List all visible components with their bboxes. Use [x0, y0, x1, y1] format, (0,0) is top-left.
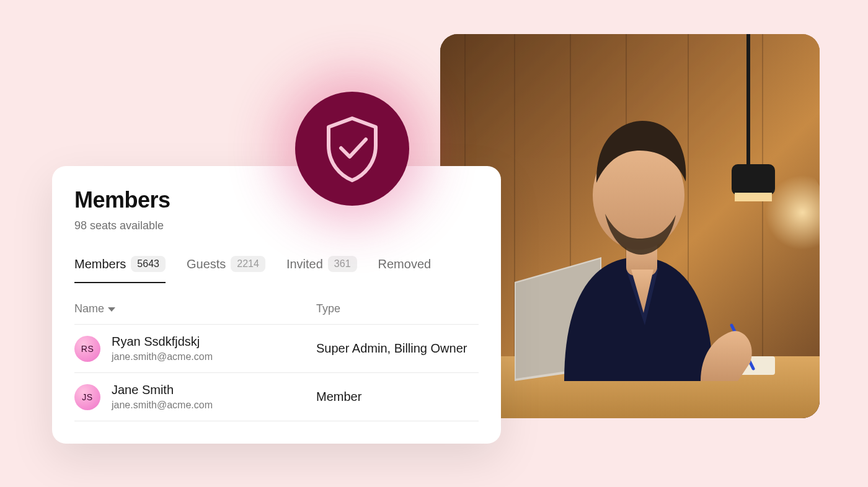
member-email: jane.smith@acme.com: [112, 400, 213, 411]
table-header: Name Type: [74, 302, 479, 325]
tabs: Members 5643 Guests 2214 Invited 361 Rem…: [74, 256, 479, 284]
sort-desc-icon: [108, 307, 115, 312]
tab-label: Invited: [286, 257, 323, 271]
column-label: Name: [74, 302, 104, 315]
member-name: Ryan Ssdkfjdskj: [112, 335, 213, 349]
shield-check-icon: [295, 92, 409, 206]
tab-removed[interactable]: Removed: [378, 256, 432, 283]
tab-label: Members: [74, 257, 126, 271]
seats-available: 98 seats available: [74, 219, 479, 232]
member-email: jane.smith@acme.com: [112, 351, 213, 362]
tab-count: 361: [328, 256, 357, 272]
tab-count: 5643: [131, 256, 166, 272]
tab-label: Removed: [378, 257, 432, 271]
tab-label: Guests: [187, 257, 226, 271]
column-label: Type: [316, 302, 340, 315]
avatar: RS: [74, 336, 100, 362]
column-header-type[interactable]: Type: [316, 302, 479, 315]
tab-members[interactable]: Members 5643: [74, 256, 166, 283]
cell-type: Super Admin, Billing Owner: [316, 341, 479, 356]
members-panel: Members 98 seats available Members 5643 …: [52, 166, 501, 444]
member-name: Jane Smith: [112, 383, 213, 397]
members-table: Name Type RS Ryan Ssdkfjdskj jane.smith@…: [74, 302, 479, 421]
table-row[interactable]: JS Jane Smith jane.smith@acme.com Member: [74, 373, 479, 421]
cell-name: RS Ryan Ssdkfjdskj jane.smith@acme.com: [74, 335, 316, 362]
cell-type: Member: [316, 390, 479, 404]
cell-name: JS Jane Smith jane.smith@acme.com: [74, 383, 316, 411]
page-title: Members: [74, 187, 479, 213]
table-row[interactable]: RS Ryan Ssdkfjdskj jane.smith@acme.com S…: [74, 325, 479, 373]
column-header-name[interactable]: Name: [74, 302, 316, 315]
tab-guests[interactable]: Guests 2214: [187, 256, 265, 283]
tab-invited[interactable]: Invited 361: [286, 256, 357, 283]
tab-count: 2214: [231, 256, 265, 272]
avatar: JS: [74, 384, 100, 410]
